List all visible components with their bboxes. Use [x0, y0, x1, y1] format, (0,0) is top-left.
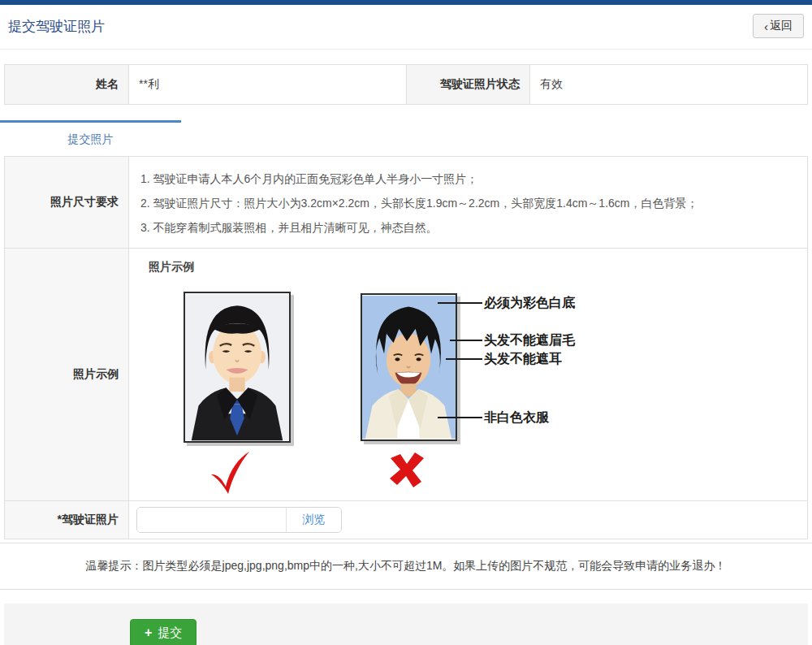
- requirements-row: 照片尺寸要求 1. 驾驶证申请人本人6个月内的正面免冠彩色单人半身小一寸照片； …: [5, 157, 807, 249]
- photo-status-value: 有效: [530, 65, 807, 104]
- example-label: 照片示例: [5, 249, 129, 500]
- annotation-line-1: [438, 302, 482, 304]
- requirement-line-2: 2. 驾驶证照片尺寸：照片大小为3.2cm×2.2cm，头部长度1.9cm～2.…: [140, 191, 799, 215]
- good-example-photo: [184, 292, 291, 443]
- upload-label: *驾驶证照片: [5, 501, 129, 539]
- requirement-line-1: 1. 驾驶证申请人本人6个月内的正面免冠彩色单人半身小一寸照片；: [140, 167, 799, 191]
- submit-button[interactable]: + 提交: [130, 619, 197, 645]
- submit-button-label: 提交: [158, 626, 182, 641]
- upload-row: *驾驶证照片 浏览: [5, 501, 807, 539]
- back-button[interactable]: ‹ 返回: [753, 14, 804, 38]
- example-heading: 照片示例: [149, 260, 194, 275]
- tip-text: 温馨提示：图片类型必须是jpeg,jpg,png,bmp中的一种,大小不可超过1…: [0, 543, 812, 590]
- checkmark-icon: [206, 448, 252, 494]
- requirements-label: 照片尺寸要求: [5, 157, 129, 248]
- example-row: 照片示例 照片示例: [5, 249, 807, 501]
- name-label: 姓名: [5, 65, 129, 104]
- chevron-left-icon: ‹: [764, 20, 768, 32]
- page-header: 提交驾驶证照片 ‹ 返回: [0, 5, 812, 50]
- requirements-text: 1. 驾驶证申请人本人6个月内的正面免冠彩色单人半身小一寸照片； 2. 驾驶证照…: [129, 157, 807, 248]
- cross-icon: [387, 450, 426, 489]
- annotation-eyebrows: 头发不能遮眉毛: [484, 332, 575, 349]
- annotation-line-4: [438, 417, 482, 418]
- browse-button[interactable]: 浏览: [286, 508, 341, 532]
- driver-info-row: 姓名 **利 驾驶证照片状态 有效: [4, 64, 808, 105]
- footer-panel: + 提交: [4, 604, 808, 645]
- annotation-ears: 头发不能遮耳: [484, 351, 562, 368]
- license-photo-file-input[interactable]: [137, 508, 286, 532]
- tab-submit-photo[interactable]: 提交照片: [0, 120, 181, 156]
- name-value: **利: [129, 65, 406, 104]
- annotation-line-2: [450, 340, 482, 341]
- plus-icon: +: [145, 626, 152, 639]
- upload-content: 浏览: [129, 501, 807, 539]
- page-title: 提交驾驶证照片: [8, 17, 105, 36]
- file-upload-control: 浏览: [136, 507, 342, 533]
- good-portrait-illustration: [185, 293, 289, 441]
- back-button-label: 返回: [770, 19, 793, 33]
- example-content: 照片示例: [129, 249, 807, 500]
- photo-status-label: 驾驶证照片状态: [406, 65, 530, 104]
- annotation-clothing: 非白色衣服: [484, 409, 549, 426]
- photo-form-table: 照片尺寸要求 1. 驾驶证申请人本人6个月内的正面免冠彩色单人半身小一寸照片； …: [4, 156, 808, 539]
- bad-example-photo: [361, 293, 457, 441]
- requirement-line-3: 3. 不能穿着制式服装照相，并且相片清晰可见，神态自然。: [140, 215, 799, 240]
- tab-bar: 提交照片: [0, 120, 812, 156]
- annotation-line-3: [446, 358, 482, 360]
- annotation-white-background: 必须为彩色白底: [484, 295, 575, 312]
